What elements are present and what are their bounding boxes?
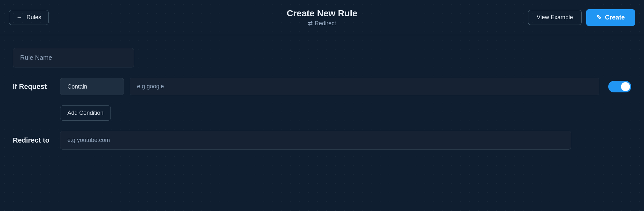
if-request-row: If Request Contain <box>13 78 631 95</box>
redirect-row: Redirect to <box>13 131 631 150</box>
arrow-left-icon: ← <box>16 14 22 21</box>
redirect-input[interactable] <box>60 131 571 150</box>
redirect-icon: ⇄ <box>308 20 313 27</box>
header-center: Create New Rule ⇄ Redirect <box>287 8 357 27</box>
rule-name-section <box>13 48 631 67</box>
pencil-icon: ✎ <box>596 14 602 21</box>
view-example-label: View Example <box>537 14 573 20</box>
create-button[interactable]: ✎ Create <box>586 9 635 26</box>
back-button[interactable]: ← Rules <box>9 10 49 25</box>
main-content: If Request Contain Add Condition Redirec… <box>0 35 644 162</box>
header: ← Rules Create New Rule ⇄ Redirect View … <box>0 0 644 35</box>
add-condition-label: Add Condition <box>67 110 103 116</box>
header-actions: View Example ✎ Create <box>528 9 635 26</box>
condition-input[interactable] <box>130 78 599 95</box>
toggle-wrapper <box>608 81 631 92</box>
if-request-label: If Request <box>13 82 54 91</box>
page-subtitle: ⇄ Redirect <box>287 20 357 27</box>
view-example-button[interactable]: View Example <box>528 10 582 25</box>
add-condition-button[interactable]: Add Condition <box>60 106 111 121</box>
subtitle-text: Redirect <box>315 20 336 27</box>
toggle-slider <box>608 81 631 92</box>
redirect-to-label: Redirect to <box>13 136 54 145</box>
rule-name-input[interactable] <box>13 48 134 67</box>
page-title: Create New Rule <box>287 8 357 19</box>
toggle-label[interactable] <box>608 81 631 92</box>
contain-select[interactable]: Contain <box>60 78 124 95</box>
create-label: Create <box>605 14 625 21</box>
back-button-label: Rules <box>27 14 41 21</box>
